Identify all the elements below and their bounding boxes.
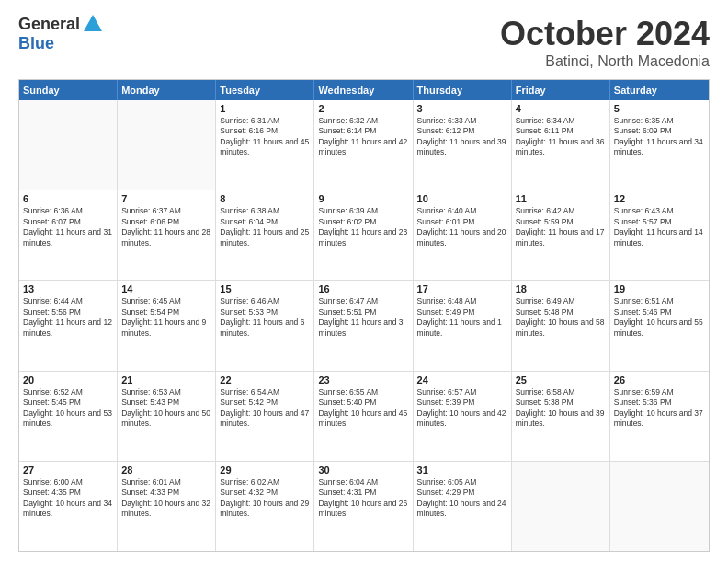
page: General Blue October 2024 Batinci, North…	[0, 0, 728, 563]
cell-text-0-3: Sunrise: 6:32 AM Sunset: 6:14 PM Dayligh…	[318, 116, 408, 158]
cal-cell-4-6	[610, 462, 709, 551]
cell-text-1-0: Sunrise: 6:36 AM Sunset: 6:07 PM Dayligh…	[23, 206, 113, 248]
day-num-1-2: 8	[220, 193, 310, 204]
day-num-1-5: 11	[516, 193, 606, 204]
day-num-4-3: 30	[318, 465, 408, 476]
cell-text-2-3: Sunrise: 6:47 AM Sunset: 5:51 PM Dayligh…	[318, 296, 408, 339]
day-num-3-1: 21	[121, 374, 211, 385]
cal-row-4: 27Sunrise: 6:00 AM Sunset: 4:35 PM Dayli…	[19, 462, 709, 551]
cal-cell-3-5: 25Sunrise: 6:58 AM Sunset: 5:38 PM Dayli…	[512, 372, 610, 461]
cell-text-3-6: Sunrise: 6:59 AM Sunset: 5:36 PM Dayligh…	[614, 387, 705, 430]
day-num-3-6: 26	[614, 374, 705, 385]
cal-cell-0-5: 4Sunrise: 6:34 AM Sunset: 6:11 PM Daylig…	[512, 100, 610, 190]
day-num-2-6: 19	[614, 283, 705, 294]
cal-cell-1-2: 8Sunrise: 6:38 AM Sunset: 6:04 PM Daylig…	[216, 190, 314, 280]
calendar-header: Sunday Monday Tuesday Wednesday Thursday…	[19, 80, 709, 100]
header-sunday: Sunday	[19, 80, 118, 100]
day-num-2-4: 17	[417, 283, 507, 294]
cal-cell-2-4: 17Sunrise: 6:48 AM Sunset: 5:49 PM Dayli…	[414, 281, 512, 370]
cal-cell-3-0: 20Sunrise: 6:52 AM Sunset: 5:45 PM Dayli…	[19, 372, 118, 461]
cell-text-2-2: Sunrise: 6:46 AM Sunset: 5:53 PM Dayligh…	[220, 296, 310, 339]
cal-cell-1-0: 6Sunrise: 6:36 AM Sunset: 6:07 PM Daylig…	[19, 190, 118, 280]
header-wednesday: Wednesday	[314, 80, 413, 100]
day-num-3-4: 24	[417, 374, 507, 385]
logo-icon	[84, 15, 102, 31]
header-friday: Friday	[512, 80, 610, 100]
cal-cell-0-6: 5Sunrise: 6:35 AM Sunset: 6:09 PM Daylig…	[610, 100, 709, 190]
cell-text-0-5: Sunrise: 6:34 AM Sunset: 6:11 PM Dayligh…	[516, 116, 606, 158]
cal-cell-3-4: 24Sunrise: 6:57 AM Sunset: 5:39 PM Dayli…	[414, 372, 512, 461]
cell-text-2-0: Sunrise: 6:44 AM Sunset: 5:56 PM Dayligh…	[23, 296, 113, 339]
cal-cell-1-3: 9Sunrise: 6:39 AM Sunset: 6:02 PM Daylig…	[314, 190, 413, 280]
cell-text-4-0: Sunrise: 6:00 AM Sunset: 4:35 PM Dayligh…	[23, 477, 113, 520]
day-num-4-1: 28	[121, 465, 211, 476]
cell-text-3-5: Sunrise: 6:58 AM Sunset: 5:38 PM Dayligh…	[516, 387, 606, 430]
calendar-title: October 2024	[500, 15, 710, 53]
calendar: Sunday Monday Tuesday Wednesday Thursday…	[18, 79, 710, 552]
day-num-1-4: 10	[417, 193, 507, 204]
logo-blue: Blue	[18, 34, 54, 53]
cal-cell-1-5: 11Sunrise: 6:42 AM Sunset: 5:59 PM Dayli…	[512, 190, 610, 280]
cell-text-2-4: Sunrise: 6:48 AM Sunset: 5:49 PM Dayligh…	[417, 296, 507, 339]
cal-cell-4-3: 30Sunrise: 6:04 AM Sunset: 4:31 PM Dayli…	[314, 462, 413, 551]
day-num-2-2: 15	[220, 283, 310, 294]
day-num-1-3: 9	[318, 193, 408, 204]
day-num-3-3: 23	[318, 374, 408, 385]
cal-row-2: 13Sunrise: 6:44 AM Sunset: 5:56 PM Dayli…	[19, 281, 709, 371]
cal-cell-1-6: 12Sunrise: 6:43 AM Sunset: 5:57 PM Dayli…	[610, 190, 709, 280]
cell-text-3-1: Sunrise: 6:53 AM Sunset: 5:43 PM Dayligh…	[121, 387, 211, 430]
day-num-2-0: 13	[23, 283, 113, 294]
cal-cell-4-5	[512, 462, 610, 551]
cal-cell-3-2: 22Sunrise: 6:54 AM Sunset: 5:42 PM Dayli…	[216, 372, 314, 461]
day-num-0-6: 5	[614, 103, 705, 114]
day-num-0-2: 1	[220, 103, 310, 114]
cal-cell-3-1: 21Sunrise: 6:53 AM Sunset: 5:43 PM Dayli…	[118, 372, 216, 461]
cal-cell-2-3: 16Sunrise: 6:47 AM Sunset: 5:51 PM Dayli…	[314, 281, 413, 370]
day-num-3-0: 20	[23, 374, 113, 385]
cell-text-1-3: Sunrise: 6:39 AM Sunset: 6:02 PM Dayligh…	[318, 206, 408, 248]
cell-text-0-6: Sunrise: 6:35 AM Sunset: 6:09 PM Dayligh…	[614, 116, 705, 158]
cal-cell-0-0	[19, 100, 118, 190]
cal-row-3: 20Sunrise: 6:52 AM Sunset: 5:45 PM Dayli…	[19, 372, 709, 462]
header-thursday: Thursday	[414, 80, 512, 100]
cal-cell-0-1	[118, 100, 216, 190]
cell-text-2-6: Sunrise: 6:51 AM Sunset: 5:46 PM Dayligh…	[614, 296, 705, 339]
cal-cell-0-4: 3Sunrise: 6:33 AM Sunset: 6:12 PM Daylig…	[414, 100, 512, 190]
day-num-0-5: 4	[516, 103, 606, 114]
cell-text-1-5: Sunrise: 6:42 AM Sunset: 5:59 PM Dayligh…	[516, 206, 606, 248]
cell-text-3-0: Sunrise: 6:52 AM Sunset: 5:45 PM Dayligh…	[23, 387, 113, 430]
cal-cell-1-4: 10Sunrise: 6:40 AM Sunset: 6:01 PM Dayli…	[414, 190, 512, 280]
day-num-3-2: 22	[220, 374, 310, 385]
logo: General Blue	[18, 15, 102, 53]
cal-cell-0-3: 2Sunrise: 6:32 AM Sunset: 6:14 PM Daylig…	[314, 100, 413, 190]
cal-cell-0-2: 1Sunrise: 6:31 AM Sunset: 6:16 PM Daylig…	[216, 100, 314, 190]
day-num-4-0: 27	[23, 465, 113, 476]
header-saturday: Saturday	[610, 80, 709, 100]
title-block: October 2024 Batinci, North Macedonia	[500, 15, 710, 70]
cal-cell-1-1: 7Sunrise: 6:37 AM Sunset: 6:06 PM Daylig…	[118, 190, 216, 280]
cal-cell-2-0: 13Sunrise: 6:44 AM Sunset: 5:56 PM Dayli…	[19, 281, 118, 370]
cal-cell-4-2: 29Sunrise: 6:02 AM Sunset: 4:32 PM Dayli…	[216, 462, 314, 551]
logo-general: General	[18, 15, 80, 34]
cell-text-2-1: Sunrise: 6:45 AM Sunset: 5:54 PM Dayligh…	[121, 296, 211, 339]
cell-text-2-5: Sunrise: 6:49 AM Sunset: 5:48 PM Dayligh…	[516, 296, 606, 339]
day-num-4-2: 29	[220, 465, 310, 476]
cal-cell-2-2: 15Sunrise: 6:46 AM Sunset: 5:53 PM Dayli…	[216, 281, 314, 370]
cell-text-0-4: Sunrise: 6:33 AM Sunset: 6:12 PM Dayligh…	[417, 116, 507, 158]
cal-cell-2-5: 18Sunrise: 6:49 AM Sunset: 5:48 PM Dayli…	[512, 281, 610, 370]
cell-text-4-2: Sunrise: 6:02 AM Sunset: 4:32 PM Dayligh…	[220, 477, 310, 520]
cell-text-1-6: Sunrise: 6:43 AM Sunset: 5:57 PM Dayligh…	[614, 206, 705, 248]
header-tuesday: Tuesday	[216, 80, 314, 100]
day-num-3-5: 25	[516, 374, 606, 385]
cal-cell-4-1: 28Sunrise: 6:01 AM Sunset: 4:33 PM Dayli…	[118, 462, 216, 551]
cal-cell-4-0: 27Sunrise: 6:00 AM Sunset: 4:35 PM Dayli…	[19, 462, 118, 551]
day-num-1-6: 12	[614, 193, 705, 204]
cal-cell-2-1: 14Sunrise: 6:45 AM Sunset: 5:54 PM Dayli…	[118, 281, 216, 370]
day-num-2-3: 16	[318, 283, 408, 294]
cell-text-1-4: Sunrise: 6:40 AM Sunset: 6:01 PM Dayligh…	[417, 206, 507, 248]
day-num-1-0: 6	[23, 193, 113, 204]
cal-row-0: 1Sunrise: 6:31 AM Sunset: 6:16 PM Daylig…	[19, 100, 709, 190]
cell-text-3-4: Sunrise: 6:57 AM Sunset: 5:39 PM Dayligh…	[417, 387, 507, 430]
cell-text-1-1: Sunrise: 6:37 AM Sunset: 6:06 PM Dayligh…	[121, 206, 211, 248]
header: General Blue October 2024 Batinci, North…	[18, 15, 710, 70]
